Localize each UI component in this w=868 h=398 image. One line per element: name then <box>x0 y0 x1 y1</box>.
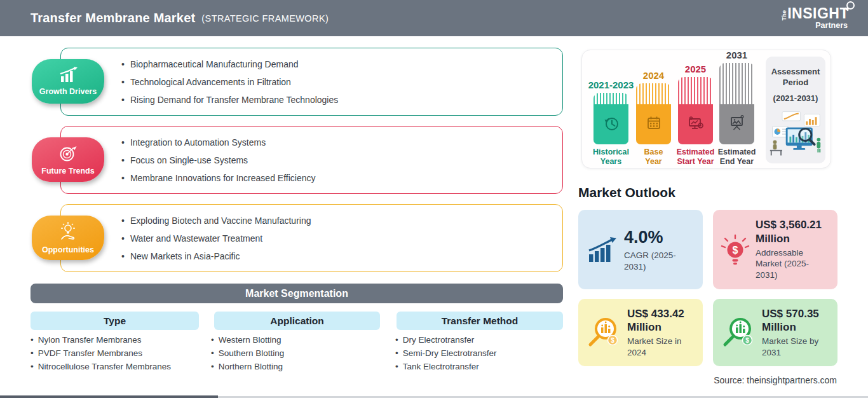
future-trends-badge: Future Trends <box>32 137 104 182</box>
logo-partners-text: Partners <box>815 22 848 30</box>
list-item: Integration to Automation Systems <box>121 137 550 148</box>
bar-body <box>678 104 713 144</box>
addressable-market-label: Addressable Market (2025-2031) <box>756 247 830 281</box>
assessment-period-range: (2021-2031) <box>766 93 825 103</box>
item-text: Dry Electrotransfer <box>403 333 475 347</box>
caption-line: Years <box>587 157 635 167</box>
item-text: Nitrocellulose Transfer Membranes <box>38 360 171 373</box>
market-size-2024-value: US$ 433.42 Million <box>627 307 695 334</box>
addressable-market-card: $ US$ 3,560.21 Million Addressable Marke… <box>713 210 837 289</box>
caption-line: Base <box>630 148 678 157</box>
analytics-illustration <box>768 109 824 161</box>
infographic-page: Transfer Membrane Market (STRATEGIC FRAM… <box>0 0 868 398</box>
future-trends-box: Integration to Automation Systems Focus … <box>60 126 563 194</box>
caption-line: End Year <box>713 157 761 167</box>
growth-drivers-box: Biopharmaceutical Manufacturing Demand T… <box>60 48 563 116</box>
list-item: Rising Demand for Transfer Membrane Tech… <box>121 95 550 105</box>
timeline-bar-estimated-start: 2025 Estimated Start Year <box>678 77 713 144</box>
list-item: Focus on Single-use Systems <box>121 155 550 165</box>
list-item: Dry Electrotransfer <box>395 333 497 347</box>
list-item: Nylon Transfer Membranes <box>31 333 171 347</box>
logo-insight-text: INSIGHT <box>787 6 849 21</box>
bar-year-label: 2031 <box>726 50 747 60</box>
caption-line: Estimated <box>713 148 761 157</box>
logo-top-row: The INSIGHT <box>781 6 849 21</box>
list-item: PVDF Transfer Membranes <box>31 347 171 360</box>
bar-year-label: 2024 <box>643 70 664 81</box>
magnifier-lens-icon <box>846 1 855 10</box>
market-segmentation-header: Market Segmentation <box>31 284 563 303</box>
item-text: Semi-Dry Electrotransfer <box>403 347 497 360</box>
segment-column-header-application: Application <box>214 312 380 330</box>
market-size-2031-text-block: US$ 570.35 Million Market Size by 2031 <box>762 307 830 359</box>
calendar-icon <box>645 114 663 135</box>
magnifier-bar-chart-icon: $ <box>721 315 756 350</box>
magnifier-bar-chart-icon: $ <box>586 315 621 350</box>
item-text: Southern Blotting <box>219 347 285 360</box>
bullet-text: Biopharmaceutical Manufacturing Demand <box>130 59 299 69</box>
assessment-timeline-card: 2021-2023 Historical Years 2024 <box>581 50 831 168</box>
bar-year-label: 2021-2023 <box>588 79 634 90</box>
badge-label: Future Trends <box>41 167 94 175</box>
item-text: PVDF Transfer Membranes <box>38 347 142 360</box>
header-bar: Transfer Membrane Market (STRATEGIC FRAM… <box>0 0 868 36</box>
caption-line: Historical <box>587 148 635 157</box>
market-size-2024-label: Market Size in 2024 <box>627 336 695 358</box>
bullet-text: Membrane Innovations for Increased Effic… <box>130 173 316 183</box>
bar-stripes <box>593 93 628 104</box>
transfer-method-items-list: Dry Electrotransfer Semi-Dry Electrotran… <box>395 333 497 373</box>
cagr-label: CAGR (2025-2031) <box>624 250 695 272</box>
svg-text:$: $ <box>733 244 738 255</box>
target-dart-icon <box>58 144 78 165</box>
future-trends-list: Integration to Automation Systems Focus … <box>121 137 550 183</box>
growth-chart-icon <box>58 67 79 86</box>
list-item: Western Blotting <box>211 333 284 347</box>
market-size-2024-card: $ US$ 433.42 Million Market Size in 2024 <box>578 299 703 366</box>
bar-stripes <box>719 63 754 104</box>
timeline-bar-historical: 2021-2023 Historical Years <box>593 93 628 144</box>
bullet-text: New Markets in Asia-Pacific <box>130 251 240 261</box>
market-outlook-title: Market Outlook <box>578 185 675 200</box>
source-attribution: Source: theinsightpartners.com <box>714 375 837 385</box>
assessment-period-panel: Assessment Period (2021-2031) <box>766 57 825 163</box>
list-item: Semi-Dry Electrotransfer <box>395 347 497 360</box>
page-subtitle: (STRATEGIC FRAMEWORK) <box>201 13 329 24</box>
bullet-text: Integration to Automation Systems <box>130 137 266 148</box>
bullet-text: Technological Advancements in Filtration <box>130 77 291 87</box>
growth-drivers-badge: Growth Drivers <box>32 59 104 104</box>
timeline-bar-base-year: 2024 Base <box>636 83 671 144</box>
svg-text:$: $ <box>745 337 749 344</box>
dollar-bulb-icon: $ <box>721 234 750 266</box>
assessment-period-label: Assessment Period <box>766 66 825 88</box>
list-item: Northern Blotting <box>211 360 284 373</box>
list-item: New Markets in Asia-Pacific <box>121 251 550 261</box>
list-item: Membrane Innovations for Increased Effic… <box>121 173 550 183</box>
type-items-list: Nylon Transfer Membranes PVDF Transfer M… <box>31 333 171 373</box>
item-text: Northern Blotting <box>219 360 283 373</box>
list-item: Tank Electrotransfer <box>395 360 497 373</box>
assessment-line: Assessment <box>766 66 825 77</box>
opportunities-list: Exploding Biotech and Vaccine Manufactur… <box>121 216 550 261</box>
list-item: Exploding Biotech and Vaccine Manufactur… <box>121 216 550 226</box>
bar-caption: Base Year <box>630 148 678 167</box>
bar-caption: Historical Years <box>587 148 635 167</box>
caption-line: Year <box>630 157 678 167</box>
bullet-text: Exploding Biotech and Vaccine Manufactur… <box>130 216 311 226</box>
market-size-2031-value: US$ 570.35 Million <box>762 307 830 334</box>
item-text: Western Blotting <box>219 333 281 347</box>
cagr-value: 4.0% <box>624 227 695 249</box>
market-size-2031-card: $ US$ 570.35 Million Market Size by 2031 <box>713 299 837 366</box>
list-item: Southern Blotting <box>211 347 284 360</box>
addressable-market-value: US$ 3,560.21 Million <box>756 218 830 245</box>
bar-body <box>593 104 628 144</box>
bar-stripes <box>678 77 713 104</box>
assessment-line: Period <box>766 77 825 88</box>
insight-partners-logo: The INSIGHT Partners <box>781 6 849 30</box>
market-size-2024-text-block: US$ 433.42 Million Market Size in 2024 <box>627 307 695 359</box>
list-item: Technological Advancements in Filtration <box>121 77 550 87</box>
bullet-text: Focus on Single-use Systems <box>130 155 248 165</box>
market-size-2031-label: Market Size by 2031 <box>762 336 830 358</box>
cagr-text-block: 4.0% CAGR (2025-2031) <box>624 227 695 273</box>
badge-label: Growth Drivers <box>39 87 97 96</box>
bar-caption: Estimated End Year <box>713 148 761 167</box>
